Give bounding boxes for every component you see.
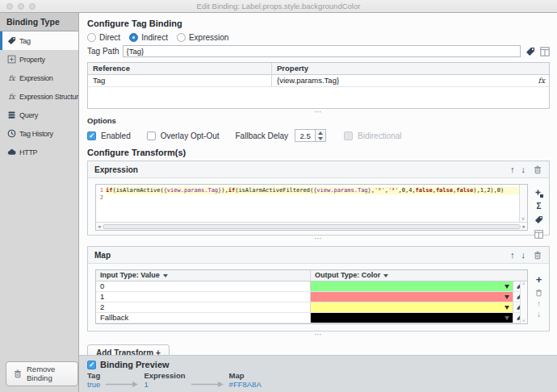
splitter-handle[interactable]: [87, 332, 550, 339]
insert-property-icon[interactable]: [534, 229, 544, 240]
output-type-header[interactable]: Output Type: Color: [311, 270, 527, 281]
insert-function-icon[interactable]: Σ: [536, 202, 541, 211]
scroll-left-icon[interactable]: ◂: [98, 223, 101, 230]
vertical-scrollbar[interactable]: [519, 185, 527, 222]
map-row[interactable]: 0: [96, 281, 527, 292]
spin-down-button[interactable]: [316, 136, 325, 141]
tag-icon: [7, 36, 16, 45]
map-actions-rail: + ↑ ↓: [534, 275, 544, 319]
radio-icon[interactable]: [177, 33, 186, 42]
reference-cell[interactable]: Tag: [88, 75, 272, 86]
map-row[interactable]: 2: [96, 302, 527, 313]
map-table-header: Input Type: Value Output Type: Color: [96, 270, 527, 281]
chevron-down-icon: [383, 274, 388, 277]
sidebar-header: Binding Type: [0, 13, 78, 31]
database-icon: [7, 111, 16, 119]
binding-preview-checkbox[interactable]: [87, 361, 96, 369]
radio-label: Direct: [99, 33, 120, 42]
expression-panel-title: Expression: [94, 165, 138, 174]
trash-icon: [12, 369, 23, 379]
maximize-window-button[interactable]: [29, 3, 36, 10]
expression-editor[interactable]: 1 if(isAlarmActive({view.params.Tag}),if…: [95, 184, 528, 231]
code-lines[interactable]: 1 if(isAlarmActive({view.params.Tag}),if…: [96, 187, 519, 202]
scroll-right-icon[interactable]: ▸: [522, 223, 526, 230]
table-empty-area: [88, 87, 549, 108]
overlay-opt-out-checkbox[interactable]: [147, 131, 156, 140]
property-cell[interactable]: {view.params.Tag} fx: [272, 75, 549, 86]
map-output-color-cell[interactable]: [311, 313, 513, 323]
sidebar-item-tag[interactable]: Tag: [0, 31, 78, 50]
radio-icon[interactable]: [87, 33, 96, 42]
options-row: Enabled Overlay Opt-Out Fallback Delay 2…: [87, 129, 550, 142]
map-output-color-cell[interactable]: [311, 302, 513, 312]
map-input-cell[interactable]: 2: [96, 302, 311, 312]
insert-tag-icon[interactable]: [534, 215, 544, 225]
minimize-window-button[interactable]: [18, 3, 24, 10]
move-transform-down-icon[interactable]: ↓: [521, 165, 526, 174]
move-row-up-icon[interactable]: ↑: [537, 300, 541, 308]
add-row-icon[interactable]: +: [536, 275, 542, 285]
delete-transform-icon[interactable]: [532, 165, 542, 175]
reference-column-header: Reference: [88, 63, 272, 74]
spin-up-button[interactable]: [316, 130, 325, 136]
move-transform-up-icon[interactable]: ↑: [510, 165, 515, 174]
sidebar-item-label: Query: [19, 111, 38, 119]
insert-operator-icon[interactable]: [534, 188, 544, 198]
map-output-color-cell[interactable]: [311, 281, 513, 291]
remove-binding-label: Remove Binding: [27, 365, 70, 382]
code-line[interactable]: 2: [96, 194, 519, 202]
map-rows: 0 1 2 Fallback ˄˅: [96, 281, 527, 323]
chevron-down-icon[interactable]: [505, 306, 509, 310]
sidebar-item-expression[interactable]: fx Expression: [0, 69, 78, 87]
splitter-handle[interactable]: [87, 109, 550, 116]
code-text[interactable]: if(isAlarmActive({view.params.Tag}),if(i…: [106, 187, 519, 194]
map-scrollbar[interactable]: ˄˅: [520, 281, 527, 323]
table-row[interactable]: Tag {view.params.Tag} fx: [88, 75, 549, 87]
delete-transform-icon[interactable]: [532, 250, 542, 261]
input-type-header[interactable]: Input Type: Value: [96, 270, 311, 281]
sidebar-item-query[interactable]: Query: [0, 106, 78, 124]
browse-properties-icon[interactable]: [539, 46, 550, 56]
move-row-down-icon[interactable]: ↓: [537, 311, 541, 319]
fx-icon: fx: [7, 92, 16, 101]
code-line[interactable]: 1 if(isAlarmActive({view.params.Tag}),if…: [96, 187, 519, 194]
scrollbar-thumb[interactable]: [103, 224, 521, 229]
map-row[interactable]: 1: [96, 292, 527, 302]
radio-indirect[interactable]: Indirect: [129, 33, 168, 42]
chevron-down-icon[interactable]: [505, 316, 509, 320]
map-input-cell[interactable]: 0: [96, 281, 311, 291]
output-type-label: Output Type: Color: [315, 270, 380, 281]
radio-expression[interactable]: Expression: [177, 33, 228, 42]
chevron-down-icon[interactable]: [505, 285, 509, 289]
reference-table-header: Reference Property: [88, 63, 549, 75]
tag-path-input[interactable]: [123, 45, 521, 57]
fx-icon[interactable]: fx: [538, 75, 545, 86]
radio-direct[interactable]: Direct: [87, 33, 120, 42]
sidebar-item-http[interactable]: HTTP: [0, 143, 78, 161]
radio-icon[interactable]: [129, 33, 138, 42]
map-input-cell[interactable]: Fallback: [96, 313, 311, 323]
map-row[interactable]: Fallback: [96, 313, 527, 323]
remove-binding-button[interactable]: Remove Binding: [6, 361, 78, 386]
expression-panel-header: Expression ↑ ↓: [88, 161, 549, 178]
expression-transform-panel: Expression ↑ ↓ 1 if(isAlarmActive({view.…: [87, 161, 550, 236]
close-window-button[interactable]: [6, 3, 13, 10]
sidebar-item-tag-history[interactable]: Tag History: [0, 124, 78, 143]
map-transform-panel: Map ↑ ↓ Input Type: Value: [87, 246, 550, 332]
splitter-handle[interactable]: [87, 236, 550, 243]
move-transform-up-icon[interactable]: ↑: [510, 251, 515, 260]
configure-transforms-title: Configure Transform(s): [87, 148, 550, 157]
map-input-cell[interactable]: 1: [96, 292, 311, 302]
horizontal-scrollbar[interactable]: ◂ ▸: [96, 222, 527, 230]
fallback-delay-value[interactable]: 2.5: [295, 129, 316, 142]
map-output-color-cell[interactable]: [311, 292, 513, 302]
sidebar-item-expression-structure[interactable]: fx Expression Structure: [0, 87, 78, 106]
sidebar-item-property[interactable]: Property: [0, 50, 78, 69]
enabled-checkbox[interactable]: [87, 131, 96, 140]
clock-icon: [7, 129, 16, 138]
chevron-down-icon[interactable]: [505, 295, 509, 299]
delete-row-icon[interactable]: [534, 287, 544, 298]
browse-tags-icon[interactable]: [525, 46, 535, 56]
code-text[interactable]: [106, 194, 519, 202]
move-transform-down-icon[interactable]: ↓: [521, 251, 526, 260]
